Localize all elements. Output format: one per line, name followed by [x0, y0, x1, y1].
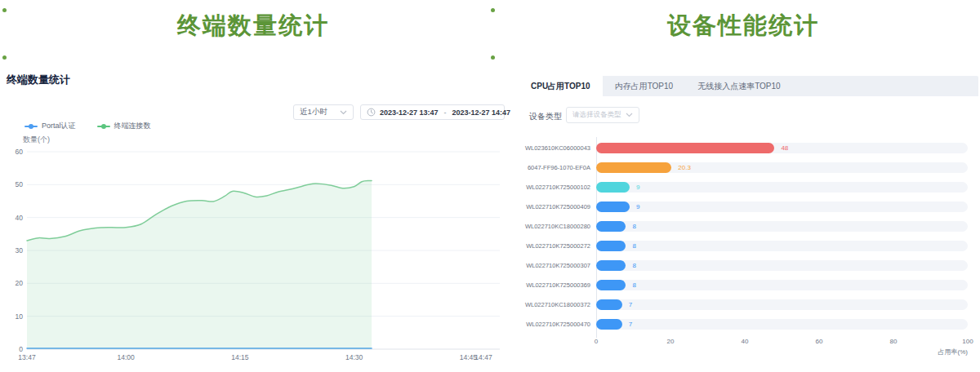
bar-track: 9 [596, 202, 968, 212]
date-range-separator: - [443, 108, 448, 117]
bar[interactable] [596, 241, 626, 251]
bar-track: 20.3 [596, 162, 968, 173]
bar-track: 8 [596, 241, 968, 251]
clock-icon [367, 108, 376, 117]
x-axis-tick: 0 [595, 338, 598, 345]
bar-value-label: 9 [636, 202, 639, 212]
legend-label: 终端连接数 [114, 121, 151, 131]
bar-value-label: 8 [632, 280, 635, 290]
right-page-title: 设备性能统计 [506, 10, 980, 42]
bar-track: 8 [596, 221, 968, 232]
bar-row: WL022710K7250003078 [519, 260, 978, 271]
top10-tabbar: CPU占用TOP10内存占用TOP10无线接入点速率TOP10 [519, 76, 978, 96]
bar-track: 7 [596, 319, 968, 330]
bar[interactable] [596, 182, 630, 193]
left-page-title: 终端数量统计 [0, 10, 506, 42]
line-chart: 010203040506013:4714:0014:1514:3014:4514… [0, 0, 506, 372]
terminal-count-panel: 终端数量统计 终端数量统计 近1小时 2023-12-27 13:47 - 20… [0, 0, 506, 372]
bar-row: WL022710K7250004707 [519, 319, 978, 330]
legend-marker-icon [24, 126, 38, 127]
svg-text:14:45: 14:45 [460, 353, 478, 361]
device-type-placeholder: 请选择设备类型 [572, 110, 621, 120]
legend-item-1[interactable]: 终端连接数 [97, 121, 151, 131]
cpu-top10-bar-chart: 占用率(%) WL023610KC06000043486047-FF96-107… [519, 137, 978, 365]
bar-value-label: 7 [629, 299, 632, 310]
legend-item-0[interactable]: Portal认证 [24, 121, 76, 131]
chevron-down-icon [626, 113, 633, 117]
svg-text:50: 50 [16, 180, 24, 188]
svg-text:14:47: 14:47 [474, 353, 492, 361]
device-type-select[interactable]: 请选择设备类型 [566, 107, 639, 123]
bar-category-label: WL022710KC18000372 [519, 299, 590, 310]
bar-category-label: WL022710K725000369 [519, 280, 590, 290]
bar[interactable] [596, 162, 671, 173]
bar-category-label: 6047-FF96-1070-EF0A [519, 162, 590, 173]
date-range-start: 2023-12-27 13:47 [380, 108, 439, 117]
x-axis-tick: 20 [667, 338, 675, 345]
bar-value-label: 8 [632, 241, 635, 251]
bar-category-label: WL022710K725000307 [519, 260, 590, 271]
device-performance-panel: 设备性能统计 CPU占用TOP10内存占用TOP10无线接入点速率TOP10 设… [506, 0, 980, 372]
bar-category-label: WL022710K725000102 [519, 182, 590, 193]
bar-category-label: WL022710K725000272 [519, 241, 590, 251]
svg-text:60: 60 [16, 148, 24, 156]
svg-text:10: 10 [16, 312, 24, 321]
bar-row: 6047-FF96-1070-EF0A20.3 [519, 162, 978, 173]
date-range-picker[interactable]: 2023-12-27 13:47 - 2023-12-27 14:47 [360, 104, 505, 120]
time-range-select[interactable]: 近1小时 [293, 104, 354, 120]
legend-marker-icon [97, 126, 110, 127]
bar-value-label: 20.3 [678, 162, 691, 173]
bar-row: WL023610KC0600004348 [519, 143, 978, 153]
bar[interactable] [596, 280, 626, 290]
device-type-label: 设备类型 [529, 111, 562, 122]
x-axis-tick: 60 [816, 338, 823, 345]
bar-row: WL022710K7250003698 [519, 280, 978, 290]
svg-text:14:00: 14:00 [117, 353, 135, 361]
bar-row: WL022710KC180002808 [519, 221, 978, 232]
bar-track: 48 [596, 143, 968, 153]
svg-text:20: 20 [16, 279, 24, 287]
x-axis-tick: 80 [890, 338, 898, 345]
line-chart-legend: Portal认证终端连接数 [24, 121, 151, 131]
bar-row: WL022710K7250004099 [519, 202, 978, 212]
legend-label: Portal认证 [42, 121, 76, 131]
bar-value-label: 7 [629, 319, 632, 330]
bar-value-label: 8 [632, 260, 635, 271]
y-axis-title: 数量(个) [23, 135, 50, 145]
tab-1[interactable]: 内存占用TOP10 [603, 76, 686, 96]
tab-0[interactable]: CPU占用TOP10 [519, 76, 603, 96]
bar-value-label: 48 [781, 143, 788, 153]
bar-row: WL022710K7250002728 [519, 241, 978, 251]
bar-track: 8 [596, 260, 968, 271]
time-range-value: 近1小时 [300, 107, 327, 117]
svg-text:40: 40 [16, 214, 24, 222]
bar-row: WL022710KC180003727 [519, 299, 978, 310]
svg-text:13:47: 13:47 [18, 353, 36, 361]
bar-track: 9 [596, 182, 968, 193]
bar[interactable] [596, 143, 774, 153]
bar-track: 7 [596, 299, 968, 310]
left-card-title: 终端数量统计 [7, 73, 70, 87]
bar-value-label: 8 [632, 221, 635, 232]
bar-value-label: 9 [636, 182, 639, 193]
x-axis-tick: 100 [962, 338, 973, 345]
svg-text:30: 30 [16, 246, 24, 255]
bar[interactable] [596, 319, 622, 330]
bar[interactable] [596, 299, 622, 310]
bar[interactable] [596, 202, 630, 212]
bar[interactable] [596, 260, 626, 271]
date-range-end: 2023-12-27 14:47 [452, 108, 511, 117]
x-axis-title: 占用率(%) [938, 348, 968, 356]
bar-category-label: WL022710KC18000280 [519, 221, 590, 232]
bar[interactable] [596, 221, 626, 232]
x-axis-tick: 40 [742, 338, 749, 345]
bar-row: WL022710K7250001029 [519, 182, 978, 193]
bar-category-label: WL023610KC06000043 [519, 143, 590, 153]
chevron-down-icon [340, 110, 347, 115]
bar-track: 8 [596, 280, 968, 290]
svg-text:14:15: 14:15 [231, 353, 249, 361]
bar-category-label: WL022710K725000470 [519, 319, 590, 330]
tab-2[interactable]: 无线接入点速率TOP10 [685, 76, 793, 96]
svg-text:14:30: 14:30 [345, 353, 363, 361]
svg-text:0: 0 [19, 345, 23, 353]
